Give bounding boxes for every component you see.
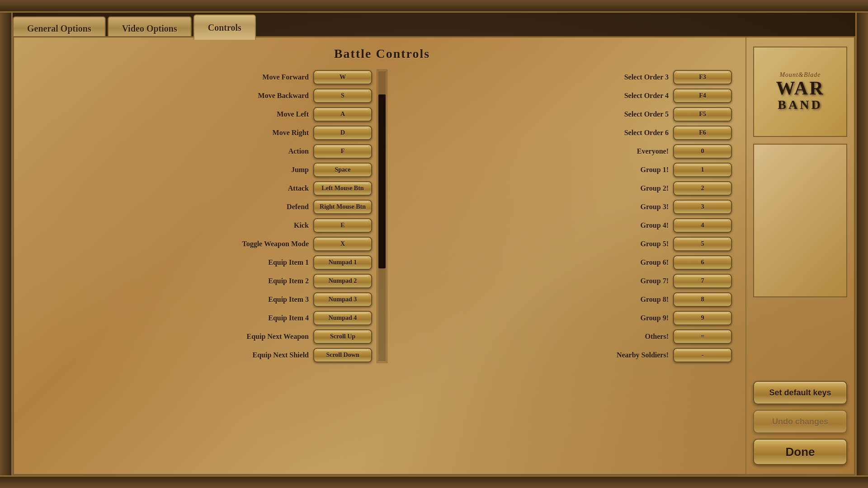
key-button[interactable]: F5 [673,107,732,122]
control-label: Group 6! [596,258,669,267]
right-border [855,13,868,475]
key-button[interactable]: Scroll Down [313,348,372,362]
control-label: Group 7! [596,277,669,285]
key-button[interactable]: E [313,218,372,233]
control-label: Group 4! [596,221,669,230]
key-button[interactable]: Numpad 3 [313,292,372,307]
key-button[interactable]: 8 [673,292,732,307]
action-buttons: Set default keys Undo changes Done [753,376,847,465]
control-label: Equip Next Weapon [236,333,309,341]
key-button[interactable]: Scroll Up [313,329,372,344]
control-label: Defend [236,203,309,211]
control-row: Equip Item 4Numpad 4 [32,310,372,326]
control-row: JumpSpace [32,162,372,178]
control-label: Select Order 4 [596,92,669,100]
logo-area: Mount&Blade WAR BAND [753,47,847,137]
key-button[interactable]: Space [313,163,372,177]
preview-box [753,144,847,297]
key-button[interactable]: D [313,126,372,140]
control-label: Select Order 6 [596,129,669,137]
control-label: Move Backward [236,92,309,100]
control-row: Select Order 4F4 [392,88,732,104]
control-row: Everyone!0 [392,143,732,160]
bottom-border [0,475,868,488]
control-row: Nearby Soldiers!- [392,347,732,363]
control-label: Move Right [236,129,309,137]
undo-changes-button[interactable]: Undo changes [753,410,847,433]
key-button[interactable]: Numpad 4 [313,311,372,325]
control-row: Group 7!7 [392,273,732,289]
key-button[interactable]: Numpad 2 [313,274,372,288]
control-row: DefendRight Mouse Btn [32,199,372,215]
control-label: Select Order 3 [596,73,669,81]
control-row: Toggle Weapon ModeX [32,236,372,252]
left-border [0,13,13,475]
key-button[interactable]: Right Mouse Btn [313,200,372,214]
control-label: Everyone! [596,147,669,155]
control-row: Select Order 3F3 [392,69,732,85]
scrollbar[interactable] [377,69,387,363]
scrollbar-thumb[interactable] [378,94,386,268]
key-button[interactable]: 3 [673,200,732,214]
control-row: Others!= [392,328,732,345]
key-button[interactable]: 1 [673,163,732,177]
tab-controls[interactable]: Controls [193,14,256,40]
control-row: Group 5!5 [392,236,732,252]
right-controls-column: Select Order 3F3Select Order 4F4Select O… [387,69,736,363]
key-button[interactable]: A [313,107,372,122]
key-button[interactable]: X [313,237,372,251]
control-label: Group 9! [596,314,669,322]
key-button[interactable]: F [313,144,372,159]
control-row: AttackLeft Mouse Btn [32,180,372,197]
key-button[interactable]: S [313,89,372,103]
key-button[interactable]: 9 [673,311,732,325]
logo-main-text: WAR [776,79,824,98]
control-label: Jump [236,166,309,174]
key-button[interactable]: 2 [673,181,732,196]
control-label: Equip Item 3 [236,296,309,304]
key-button[interactable]: W [313,70,372,84]
control-row: Equip Next ShieldScroll Down [32,347,372,363]
key-button[interactable]: Numpad 1 [313,255,372,270]
key-button[interactable]: F4 [673,89,732,103]
key-button[interactable]: 5 [673,237,732,251]
tab-video-label: Video Options [122,23,177,34]
control-label: Select Order 5 [596,110,669,118]
control-label: Group 3! [596,203,669,211]
done-button[interactable]: Done [753,439,847,465]
key-button[interactable]: 6 [673,255,732,270]
section-title: Battle Controls [28,47,736,61]
control-label: Group 5! [596,240,669,248]
set-default-keys-button[interactable]: Set default keys [753,381,847,404]
key-button[interactable]: Left Mouse Btn [313,181,372,196]
key-button[interactable]: = [673,329,732,344]
control-label: Nearby Soldiers! [596,351,669,359]
control-label: Action [236,147,309,155]
control-row: Move BackwardS [32,88,372,104]
control-row: Group 9!9 [392,310,732,326]
control-row: Group 1!1 [392,162,732,178]
control-row: Move LeftA [32,106,372,122]
right-sidebar: Mount&Blade WAR BAND Set default keys Un… [745,38,854,474]
control-row: Equip Next WeaponScroll Up [32,328,372,345]
control-label: Attack [236,184,309,192]
control-label: Equip Item 1 [236,258,309,267]
scrollbar-track [378,71,386,361]
control-label: Others! [596,333,669,341]
control-label: Group 8! [596,296,669,304]
key-button[interactable]: F6 [673,126,732,140]
key-button[interactable]: - [673,348,732,362]
main-area: Battle Controls Move ForwardWMove Backwa… [13,36,855,475]
control-row: Move ForwardW [32,69,372,85]
control-label: Group 2! [596,184,669,192]
key-button[interactable]: 4 [673,218,732,233]
control-row: Group 6!6 [392,254,732,271]
top-border [0,0,868,13]
key-button[interactable]: F3 [673,70,732,84]
control-row: Move RightD [32,125,372,141]
control-label: Group 1! [596,166,669,174]
key-button[interactable]: 7 [673,274,732,288]
tab-controls-label: Controls [208,23,241,33]
control-label: Move Left [236,110,309,118]
key-button[interactable]: 0 [673,144,732,159]
